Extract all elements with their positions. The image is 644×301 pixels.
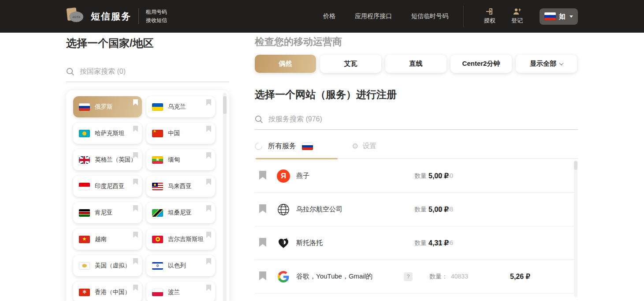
tab-settings[interactable]: ⚙ 设置 <box>352 142 376 151</box>
bookmark-icon[interactable] <box>206 179 211 187</box>
bookmark-icon[interactable] <box>206 232 211 240</box>
country-scrollbar-thumb[interactable] <box>223 96 227 114</box>
country-flag-icon <box>152 130 163 137</box>
bookmark-icon[interactable] <box>259 171 277 181</box>
sms-bubble-icon: 4653 <box>66 6 86 26</box>
country-item[interactable]: 俄罗斯 <box>73 96 142 117</box>
service-row[interactable]: Я 燕子 数量：22150 5,00 ₽ <box>255 159 578 193</box>
page: 4653 短信服务 租用号码 接收短信 价格 应用程序接口 短信临时号码 <box>0 0 644 301</box>
country-flag-icon <box>152 156 163 164</box>
service-row[interactable]: 斯托洛托 数量：34396 4,31 ₽ <box>255 226 578 260</box>
operator-buttons: 偶然 艾瓦 直线 Center2分钟 显示全部 <box>255 55 578 73</box>
country-item[interactable]: 波兰 <box>146 282 215 301</box>
country-item[interactable]: 缅甸 <box>146 149 215 170</box>
nav-link[interactable]: 短信临时号码 <box>411 12 448 20</box>
tab-all-services[interactable]: 所有服务 <box>262 142 313 151</box>
operator-button[interactable]: 显示全部 <box>516 55 577 73</box>
price: 5,00 ₽ <box>419 205 500 214</box>
bookmark-icon[interactable] <box>259 238 277 248</box>
country-item[interactable]: 坦桑尼亚 <box>146 202 215 223</box>
service-row[interactable]: 谷歌，YouTube，Gmail的 ? 数量：40833 5,26 ₽ <box>255 260 578 293</box>
country-item[interactable]: 哈萨克斯坦 <box>73 123 142 144</box>
price: 5,00 ₽ <box>419 172 500 180</box>
service-tabs: 所有服务 ⚙ 设置 <box>255 139 578 153</box>
country-panel: 选择一个国家/地区 按国家搜索 (0) 俄罗斯 乌克兰 <box>66 33 229 301</box>
country-flag-icon <box>152 289 163 296</box>
operator-button[interactable]: 直线 <box>385 55 447 73</box>
service-search-placeholder: 按服务搜索 (976) <box>268 115 322 124</box>
search-icon <box>255 115 263 124</box>
app-title: 短信服务 <box>91 10 131 23</box>
country-flag-icon <box>79 130 90 137</box>
country-item[interactable]: 马来西亚 <box>146 176 215 197</box>
country-item[interactable]: 吉尔吉斯斯坦 <box>146 229 215 250</box>
country-flag-icon <box>152 183 163 190</box>
top-bar: 4653 短信服务 租用号码 接收短信 价格 应用程序接口 短信临时号码 <box>0 0 644 33</box>
country-item[interactable]: 中国 <box>146 123 215 144</box>
bookmark-icon[interactable] <box>133 126 138 134</box>
country-panel-title: 选择一个国家/地区 <box>66 36 229 50</box>
nav-link[interactable]: 价格 <box>323 12 335 20</box>
operator-button[interactable]: 偶然 <box>255 55 316 73</box>
logo-divider <box>138 8 139 24</box>
bookmark-icon[interactable] <box>206 126 211 134</box>
bookmark-icon[interactable] <box>259 271 277 282</box>
country-item[interactable]: 印度尼西亚 <box>73 176 142 197</box>
country-flag-icon <box>152 209 163 217</box>
register-button[interactable]: 登记 <box>511 8 523 25</box>
services-title: 选择一个网站（服务）进行注册 <box>255 88 578 102</box>
bookmark-icon[interactable] <box>133 152 138 160</box>
country-flag-icon <box>79 156 90 164</box>
country-item[interactable]: 越南 <box>73 229 142 250</box>
country-search[interactable]: 按国家搜索 (0) <box>66 67 229 82</box>
chevron-down-icon <box>570 15 573 18</box>
bookmark-icon[interactable] <box>206 258 211 266</box>
bookmark-icon[interactable] <box>206 285 211 293</box>
country-flag-icon <box>79 236 90 243</box>
service-row[interactable]: 乌拉尔航空公司 数量：18708 5,00 ₽ <box>255 193 578 226</box>
bookmark-icon[interactable] <box>133 179 138 187</box>
quantity: 数量：22150 <box>404 172 419 180</box>
country-flag-icon <box>152 103 163 111</box>
bookmark-icon[interactable] <box>206 99 211 107</box>
nav-link[interactable]: 应用程序接口 <box>355 12 392 20</box>
country-item[interactable]: 香港（中国） <box>73 282 142 301</box>
help-badge[interactable]: ? <box>404 272 413 281</box>
country-item[interactable]: 英格兰（英国） <box>73 149 142 170</box>
bookmark-icon[interactable] <box>206 152 211 160</box>
country-list-card: 俄罗斯 乌克兰 哈萨克斯坦 <box>66 90 229 301</box>
login-button[interactable]: 授权 <box>484 8 495 25</box>
bookmark-icon[interactable] <box>206 205 211 213</box>
service-scrollbar-thumb[interactable] <box>574 161 577 170</box>
price: 4,31 ₽ <box>419 239 500 247</box>
yandex-icon: Я <box>277 169 290 183</box>
service-scrollbar[interactable] <box>574 160 577 297</box>
country-flag-icon <box>79 103 90 111</box>
country-search-placeholder: 按国家搜索 (0) <box>80 67 126 76</box>
service-list: Я 燕子 数量：22150 5,00 ₽ 乌拉尔航空公司 数量：18708 5,… <box>255 159 578 293</box>
country-grid: 俄罗斯 乌克兰 哈萨克斯坦 <box>66 90 229 301</box>
bookmark-icon[interactable] <box>133 205 138 213</box>
operator-button[interactable]: 艾瓦 <box>320 55 381 73</box>
bookmark-icon[interactable] <box>133 285 138 293</box>
country-item[interactable]: 美国（虚拟） <box>73 255 142 276</box>
country-flag-icon <box>152 236 163 243</box>
bookmark-icon[interactable] <box>133 258 138 266</box>
service-search[interactable]: 按服务搜索 (976) <box>255 115 578 130</box>
gear-icon: ⚙ <box>352 143 358 150</box>
bookmark-icon[interactable] <box>133 99 138 107</box>
country-item[interactable]: 乌克兰 <box>146 96 215 117</box>
operators-title: 检查您的移动运营商 <box>255 35 578 49</box>
logo[interactable]: 4653 短信服务 <box>66 6 131 26</box>
chevron-down-icon <box>559 61 564 65</box>
language-selector[interactable]: 如 <box>540 8 578 25</box>
quantity: 数量：34396 <box>404 239 419 247</box>
bookmark-icon[interactable] <box>133 232 138 240</box>
country-item[interactable]: 肯尼亚 <box>73 202 142 223</box>
operator-button[interactable]: Center2分钟 <box>450 55 512 73</box>
bookmark-icon[interactable] <box>259 204 277 215</box>
country-item[interactable]: 以色列 <box>146 255 215 276</box>
country-scrollbar[interactable] <box>223 93 227 301</box>
login-icon <box>486 8 494 15</box>
russia-flag-icon <box>544 12 556 20</box>
